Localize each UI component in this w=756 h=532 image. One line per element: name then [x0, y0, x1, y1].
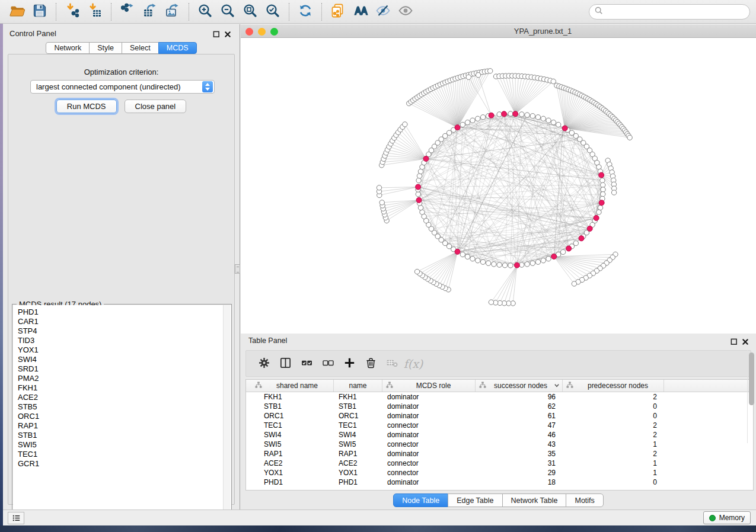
graph-node[interactable]: [480, 115, 485, 120]
table-row[interactable]: ACE2ACE2connector311: [246, 459, 753, 468]
mcds-result-item[interactable]: GCR1: [13, 459, 231, 469]
mcds-result-item[interactable]: CAR1: [13, 317, 231, 326]
save-session-button[interactable]: [30, 2, 50, 22]
first-neighbors-button[interactable]: [350, 2, 371, 22]
graph-node[interactable]: [601, 192, 605, 197]
column-header-mcds-role[interactable]: MCDS role: [382, 380, 476, 392]
zoom-in-button[interactable]: [195, 2, 215, 22]
mcds-hub-node[interactable]: [489, 113, 494, 118]
table-row[interactable]: STB1STB1dominator620: [246, 402, 753, 411]
column-header-name[interactable]: name: [334, 380, 382, 392]
run-mcds-button[interactable]: Run MCDS: [56, 100, 117, 113]
graph-node[interactable]: [546, 257, 551, 261]
graph-node[interactable]: [377, 185, 381, 190]
mcds-hub-node[interactable]: [579, 236, 584, 241]
graph-node[interactable]: [480, 259, 485, 264]
delete-button[interactable]: [360, 353, 381, 374]
float-panel-icon[interactable]: [213, 30, 220, 40]
zoom-selected-button[interactable]: [263, 2, 283, 22]
graph-node[interactable]: [497, 112, 502, 117]
table-row[interactable]: YOX1YOX1connector291: [246, 468, 753, 477]
table-row[interactable]: PHD1PHD1dominator180: [246, 477, 753, 487]
mcds-result-item[interactable]: TEC1: [13, 450, 231, 459]
close-panel-icon[interactable]: [224, 30, 231, 40]
graph-node[interactable]: [446, 130, 451, 135]
mcds-hub-node[interactable]: [416, 197, 422, 203]
mcds-result-item[interactable]: SWI4: [13, 355, 231, 364]
tab-node-table[interactable]: Node Table: [393, 493, 448, 507]
graph-node[interactable]: [475, 116, 480, 121]
deselect-all-rows-button[interactable]: [317, 353, 339, 374]
network-canvas[interactable]: [241, 38, 756, 334]
graph-node[interactable]: [546, 118, 551, 123]
graph-node[interactable]: [530, 114, 535, 118]
import-table-button[interactable]: [85, 2, 105, 22]
graph-node[interactable]: [560, 249, 565, 254]
graph-node[interactable]: [572, 281, 576, 286]
zoom-out-button[interactable]: [218, 2, 238, 22]
mcds-hub-node[interactable]: [599, 172, 604, 178]
result-list-scrollbar[interactable]: [223, 305, 231, 521]
select-all-rows-button[interactable]: [296, 353, 317, 374]
graph-node[interactable]: [601, 182, 605, 187]
graph-node[interactable]: [379, 200, 384, 205]
tab-motifs[interactable]: Motifs: [566, 493, 603, 507]
mcds-hub-node[interactable]: [594, 215, 599, 220]
graph-node[interactable]: [541, 116, 546, 121]
graph-node[interactable]: [403, 122, 407, 127]
show-columns-button[interactable]: [275, 353, 296, 374]
graph-node[interactable]: [508, 263, 513, 268]
graph-node[interactable]: [541, 258, 546, 262]
hide-selected-button[interactable]: [373, 2, 393, 22]
table-scrollbar[interactable]: [747, 350, 754, 443]
graph-node[interactable]: [417, 174, 422, 178]
mcds-result-item[interactable]: ORC1: [13, 412, 231, 421]
settings-gear-button[interactable]: [253, 353, 275, 374]
mcds-hub-node[interactable]: [513, 111, 518, 117]
mcds-hub-node[interactable]: [551, 254, 557, 259]
graph-node[interactable]: [502, 263, 507, 268]
table-row[interactable]: SWI4SWI4dominator462: [246, 430, 753, 440]
mcds-result-item[interactable]: STB5: [13, 402, 231, 412]
graph-node[interactable]: [525, 113, 529, 117]
graph-node[interactable]: [470, 257, 475, 261]
tab-mcds[interactable]: MCDS: [158, 42, 197, 54]
export-table-button[interactable]: [140, 2, 160, 22]
mcds-hub-node[interactable]: [423, 156, 429, 161]
optimization-criterion-select[interactable]: largest connected component (undirected): [30, 80, 215, 94]
graph-node[interactable]: [551, 120, 556, 124]
mcds-hub-node[interactable]: [587, 226, 592, 231]
open-session-button[interactable]: [7, 2, 27, 22]
graph-node[interactable]: [601, 187, 605, 192]
panel-divider-handle[interactable]: [235, 264, 240, 274]
graph-node[interactable]: [535, 115, 540, 120]
graph-node[interactable]: [465, 254, 470, 259]
graph-node[interactable]: [460, 122, 465, 127]
mcds-hub-node[interactable]: [455, 125, 460, 130]
graph-node[interactable]: [476, 72, 480, 77]
graph-node[interactable]: [530, 261, 535, 265]
graph-node[interactable]: [600, 178, 605, 182]
search-input[interactable]: [606, 6, 744, 18]
graph-node[interactable]: [489, 300, 493, 305]
mcds-hub-node[interactable]: [502, 111, 507, 117]
close-panel-icon[interactable]: [742, 337, 749, 348]
graph-node[interactable]: [470, 118, 475, 123]
graph-node[interactable]: [465, 120, 470, 124]
network-graph[interactable]: [241, 38, 756, 334]
column-header-successor-nodes[interactable]: successor nodes: [476, 380, 563, 392]
zoom-fit-button[interactable]: [240, 2, 260, 22]
graph-node[interactable]: [519, 112, 524, 117]
import-network-button[interactable]: [62, 2, 82, 22]
export-network-button[interactable]: [117, 2, 138, 22]
table-scrollbar-thumb[interactable]: [749, 352, 754, 405]
tab-network[interactable]: Network: [46, 42, 90, 54]
mcds-result-item[interactable]: PMA2: [13, 374, 231, 383]
graph-node[interactable]: [486, 261, 490, 265]
graph-node[interactable]: [466, 75, 471, 79]
tab-style[interactable]: Style: [89, 42, 122, 54]
graph-node[interactable]: [627, 135, 632, 140]
graph-node[interactable]: [611, 190, 616, 195]
mcds-result-item[interactable]: SWI5: [13, 440, 231, 450]
table-row[interactable]: TEC1TEC1connector472: [246, 421, 753, 430]
